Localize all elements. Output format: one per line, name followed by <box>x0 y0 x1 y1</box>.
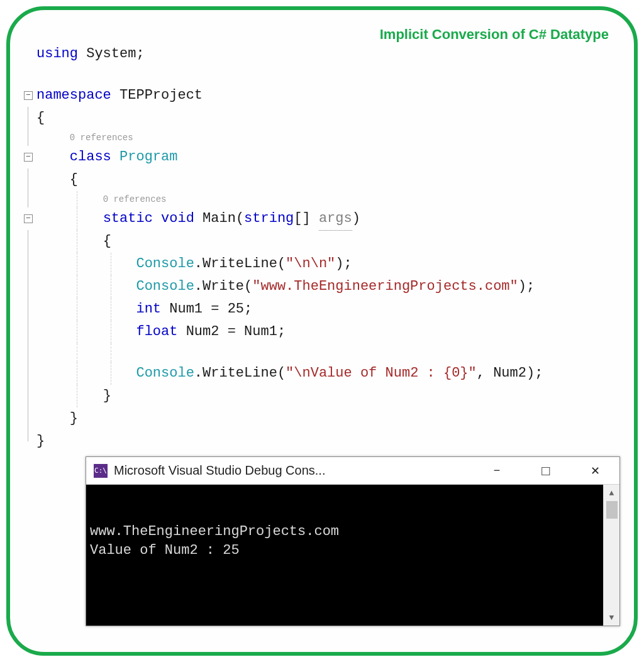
console-app-icon: C:\ <box>94 464 108 478</box>
close-button[interactable]: ✕ <box>570 457 619 485</box>
keyword-int: int <box>136 298 161 321</box>
identifier: System <box>86 43 136 65</box>
keyword-float: float <box>136 321 177 343</box>
variable-num2: Num2 <box>186 321 219 343</box>
outline-guide <box>28 385 28 407</box>
code-line: Console.Write("www.TheEngineeringProject… <box>24 275 628 298</box>
maximize-icon: □ <box>541 463 550 479</box>
minimize-icon: − <box>494 464 501 477</box>
code-line: using System; <box>24 43 628 65</box>
string-literal: "\n\n" <box>286 253 335 275</box>
minimize-button[interactable]: − <box>472 457 521 485</box>
close-icon: ✕ <box>591 464 600 478</box>
scroll-thumb[interactable] <box>606 501 618 519</box>
outline-guide <box>28 321 28 343</box>
indent-guide <box>111 253 111 275</box>
codelens[interactable]: 0 references <box>24 191 628 207</box>
outline-guide <box>28 298 28 321</box>
string-literal: "\nValue of Num2 : {0}" <box>286 362 477 385</box>
outline-guide <box>28 168 28 191</box>
scroll-down-button[interactable]: ▼ <box>604 609 619 626</box>
keyword-class: class <box>70 146 111 168</box>
string-literal: "www.TheEngineeringProjects.com" <box>252 275 518 298</box>
debug-console-window: C:\ Microsoft Visual Studio Debug Cons..… <box>86 456 620 626</box>
code-line: − class Program <box>24 146 628 168</box>
outline-guide <box>28 430 28 441</box>
code-line: } <box>24 430 628 453</box>
console-output[interactable]: www.TheEngineeringProjects.com Value of … <box>86 485 603 626</box>
blank-line <box>24 65 628 84</box>
class-name: Program <box>119 146 177 168</box>
variable-num1: Num1 <box>244 321 277 343</box>
code-editor[interactable]: using System; − namespace TEPProject { 0… <box>24 43 628 453</box>
outline-guide <box>28 362 28 385</box>
fold-toggle-icon[interactable]: − <box>24 214 33 223</box>
class-console: Console <box>136 362 194 385</box>
class-console: Console <box>136 253 194 275</box>
scrollbar[interactable]: ▲ ▼ <box>603 485 619 626</box>
code-line: { <box>24 230 628 253</box>
code-line: Console.WriteLine("\n\n"); <box>24 253 628 275</box>
outline-guide <box>28 230 28 253</box>
class-console: Console <box>136 275 194 298</box>
codelens[interactable]: 0 references <box>24 130 628 146</box>
number-literal: 25 <box>228 298 244 321</box>
chevron-up-icon: ▲ <box>609 488 614 498</box>
maximize-button[interactable]: □ <box>521 457 570 485</box>
outline-guide <box>28 407 28 430</box>
indent-guide <box>77 230 77 253</box>
code-line: } <box>24 407 628 430</box>
indent-guide <box>77 362 77 385</box>
outline-guide <box>28 130 28 146</box>
outline-guide <box>28 343 28 362</box>
window-titlebar[interactable]: C:\ Microsoft Visual Studio Debug Cons..… <box>86 457 619 485</box>
variable-num2: Num2 <box>493 362 526 385</box>
indent-guide <box>77 321 77 343</box>
page-title: Implicit Conversion of C# Datatype <box>380 26 609 43</box>
indent-guide <box>111 298 111 321</box>
method-writeline: WriteLine <box>203 362 277 385</box>
indent-guide <box>77 385 77 407</box>
outline-guide <box>28 191 28 207</box>
keyword-static: static <box>103 207 153 230</box>
indent-guide <box>77 191 77 207</box>
fold-toggle-icon[interactable]: − <box>24 91 33 100</box>
chevron-down-icon: ▼ <box>609 613 614 622</box>
outline-guide <box>28 275 28 298</box>
namespace-name: TEPProject <box>119 84 203 107</box>
parameter-args: args <box>319 207 352 231</box>
console-line: Value of Num2 : 25 <box>90 543 240 558</box>
method-name: Main <box>203 207 236 230</box>
indent-guide <box>111 362 111 385</box>
outline-guide <box>28 253 28 275</box>
variable-num1: Num1 <box>169 298 203 321</box>
window-title: Microsoft Visual Studio Debug Cons... <box>114 463 325 478</box>
keyword-void: void <box>161 207 194 230</box>
indent-guide <box>77 207 77 230</box>
indent-guide <box>111 343 111 362</box>
code-line: − static void Main(string[] args) <box>24 207 628 230</box>
scroll-up-button[interactable]: ▲ <box>604 485 619 501</box>
blank-line <box>24 343 628 362</box>
code-line: int Num1 = 25; <box>24 298 628 321</box>
editor-frame: Implicit Conversion of C# Datatype using… <box>6 6 638 656</box>
console-line: www.TheEngineeringProjects.com <box>90 524 339 539</box>
window-controls: − □ ✕ <box>472 457 619 485</box>
keyword-namespace: namespace <box>36 84 111 107</box>
code-line: Console.WriteLine("\nValue of Num2 : {0}… <box>24 362 628 385</box>
method-writeline: WriteLine <box>203 253 277 275</box>
indent-guide <box>111 321 111 343</box>
keyword-string: string <box>244 207 294 230</box>
indent-guide <box>77 298 77 321</box>
indent-guide <box>77 343 77 362</box>
code-line: − namespace TEPProject <box>24 84 628 107</box>
keyword-using: using <box>36 43 78 65</box>
method-write: Write <box>203 275 244 298</box>
code-line: float Num2 = Num1; <box>24 321 628 343</box>
indent-guide <box>111 275 111 298</box>
outline-guide <box>28 107 28 130</box>
indent-guide <box>77 275 77 298</box>
code-line: } <box>24 385 628 407</box>
fold-toggle-icon[interactable]: − <box>24 153 33 162</box>
indent-guide <box>77 253 77 275</box>
